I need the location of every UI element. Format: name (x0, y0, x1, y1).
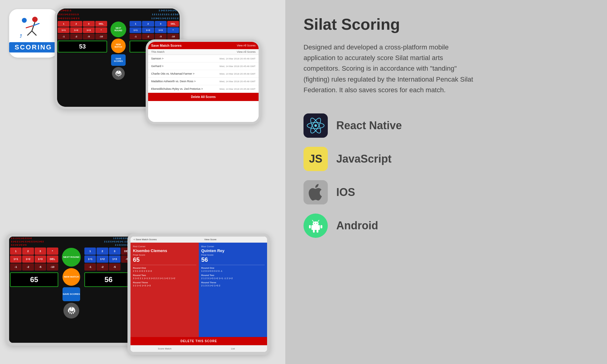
svg-rect-19 (313, 230, 315, 233)
t-btn-1-left[interactable]: 1 (10, 248, 22, 255)
footer-score-match[interactable]: Score Match (131, 347, 199, 351)
t-btn-neg10-left[interactable]: -10 (47, 263, 58, 271)
t-btn-neg1-right[interactable]: -1 (84, 263, 96, 271)
tablet-right-total: 56 (84, 272, 133, 287)
tablet-left-row2: 3 1+2 2 1 1+1 3 1+2 2 2 1+1 1+2 2 (11, 241, 44, 243)
t-btn-1p1-right[interactable]: 1+1 (84, 255, 96, 263)
t-btn-neg5-right[interactable]: -5 (109, 263, 120, 271)
view-all-link[interactable]: View All Scores (237, 44, 256, 47)
matches-header-title: Save Match Scores (151, 44, 181, 47)
score-btn-1p3-right[interactable]: 1+3 (155, 27, 167, 33)
score-btn-3-left[interactable]: 3 (83, 21, 95, 27)
svg-rect-20 (317, 230, 318, 233)
tablet-avatar-icon: 🥋 (63, 303, 79, 318)
score-btn-3-right[interactable]: 3 (155, 21, 167, 27)
tablet-new-match-button[interactable]: NEW MATCH (63, 268, 80, 286)
blue-round-two-label: Round Two (201, 274, 265, 277)
left-score-row3: 1+3 2 3 2 1 1+2 2 3 (58, 17, 79, 20)
this-match-label: This Match (151, 50, 164, 53)
red-round-three-scores: 3 2 1+2 1+3 1+3 (133, 284, 196, 287)
svg-line-1 (32, 22, 35, 31)
t-btn-1p3-left[interactable]: 1+3 (35, 255, 46, 263)
blue-corner-label: Blue Corner (201, 245, 265, 248)
blue-round-one-scores: 1 2 3 1+3 3 3 2 3 -1 (201, 269, 265, 273)
tablet-left-row3: 3 2 1+2 1+3 1+3 (11, 244, 26, 246)
javascript-label: JavaScript (336, 153, 392, 165)
red-round-three-label: Round Three (133, 281, 196, 284)
t-btn-del-left[interactable]: DEL (47, 255, 58, 263)
tech-item-react: React Native (304, 113, 589, 138)
score-btn-1-left[interactable]: 1 (58, 21, 70, 27)
score-btn-neg10-left[interactable]: -10 (95, 34, 107, 39)
t-btn-1p1-left[interactable]: 1+1 (10, 255, 22, 263)
score-btn-neg5-right[interactable]: -5 (155, 34, 167, 39)
svg-point-14 (313, 221, 319, 226)
match-item-2[interactable]: Gerhard > Wed, 14 Mar 2018 20:45:48 GMT (148, 62, 259, 70)
page-title: Silat Scoring (304, 15, 589, 33)
score-btn-neg2-right[interactable]: -2 (142, 34, 154, 39)
svg-line-4 (26, 26, 33, 28)
tablet-left-total: 65 (10, 272, 58, 287)
blue-round-three-label: Round Three (201, 281, 265, 284)
score-btn-del-left[interactable]: DEL (95, 21, 107, 27)
score-btn-neg1-left[interactable]: -1 (58, 34, 70, 39)
next-round-button[interactable]: NEXT ROUND (110, 22, 126, 37)
svg-rect-17 (309, 225, 311, 228)
score-btn-1p3-left[interactable]: 1+3 (83, 27, 95, 33)
score-btn-star-left[interactable]: * (95, 27, 107, 33)
delete-score-button[interactable]: DELETE THIS SCORE (131, 337, 267, 345)
score-btn-1p2-left[interactable]: 1+2 (70, 27, 82, 33)
android-label: Android (336, 219, 378, 232)
score-btn-2-right[interactable]: 2 (142, 21, 154, 27)
score-btn-2-left[interactable]: 2 (70, 21, 82, 27)
t-btn-1p2-left[interactable]: 1+2 (22, 255, 34, 263)
save-scores-button[interactable]: SAVE SCORES (111, 54, 126, 66)
match-item-1[interactable]: Samson > Wed, 14 Mar 2018 20:45:48 GMT (148, 55, 259, 62)
score-btn-1p1-right[interactable]: 1+1 (130, 27, 141, 33)
t-btn-neg5-left[interactable]: -5 (35, 263, 46, 271)
view-all-scores-label[interactable]: View All Scores (237, 50, 256, 53)
t-btn-2-left[interactable]: 2 (22, 248, 34, 255)
svg-rect-13 (311, 225, 320, 230)
t-btn-3-left[interactable]: 3 (35, 248, 46, 255)
tablet-next-round-button[interactable]: NEXT ROUND (62, 248, 81, 267)
t-btn-neg2-right[interactable]: -2 (97, 263, 108, 271)
score-btn-1-right[interactable]: 1 (130, 21, 141, 27)
match-item-3[interactable]: Charlie Otis vs. Muhamad Farmer > Wed, 1… (148, 70, 259, 78)
match-item-4[interactable]: Madalitso Ashworth vs. Deon Ross > Wed, … (148, 78, 259, 85)
score-btn-star-right[interactable]: * (167, 27, 179, 33)
t-btn-1p3-right[interactable]: 1+3 (109, 255, 120, 263)
right-panel: Silat Scoring Designed and developed a c… (285, 0, 607, 364)
red-round-one-label: Round One (133, 267, 196, 269)
tech-item-js: JS JavaScript (304, 147, 589, 171)
t-btn-2-right[interactable]: 2 (97, 248, 108, 255)
score-btn-1p1-left[interactable]: 1+1 (58, 27, 70, 33)
blue-round-one-label: Round One (201, 267, 265, 269)
t-btn-1-right[interactable]: 1 (84, 248, 96, 255)
score-btn-neg1-right[interactable]: -1 (130, 34, 141, 39)
match-item-5[interactable]: Ekenedilichukwu Ryley vs. Zed Pretorius … (148, 85, 259, 93)
back-button[interactable]: < Save Match Scores (134, 238, 157, 241)
blue-round-three-scores: 2 1 3 3 1+2 1+3 2 (201, 284, 265, 287)
delete-all-button[interactable]: Delete All Scores (148, 93, 259, 101)
blue-final-score: 56 (201, 256, 265, 263)
svg-line-2 (27, 31, 32, 35)
t-btn-3-right[interactable]: 3 (109, 248, 120, 255)
t-btn-neg2-left[interactable]: -2 (22, 263, 34, 271)
score-btn-neg10-right[interactable]: -10 (167, 34, 179, 39)
right-score-row1: 1 1+2 3 1+3 1+3 2 (159, 9, 178, 12)
score-btn-del-right[interactable]: DEL (167, 21, 179, 27)
score-btn-neg5-left[interactable]: -5 (83, 34, 95, 39)
t-btn-1p2-right[interactable]: 1+2 (97, 255, 108, 263)
score-btn-1p2-right[interactable]: 1+2 (142, 27, 154, 33)
ios-icon (304, 180, 328, 204)
score-btn-neg2-left[interactable]: -2 (70, 34, 82, 39)
footer-list[interactable]: List (199, 347, 267, 351)
tech-item-ios: IOS (304, 180, 589, 204)
tablet-save-scores-button[interactable]: SAVE SCORES (63, 287, 80, 301)
t-btn-star-left[interactable]: * (47, 248, 58, 255)
svg-point-8 (314, 124, 317, 127)
left-total: 53 (58, 41, 107, 52)
new-match-button[interactable]: NEW MATCH (111, 39, 126, 53)
t-btn-neg1-left[interactable]: -1 (10, 263, 22, 271)
